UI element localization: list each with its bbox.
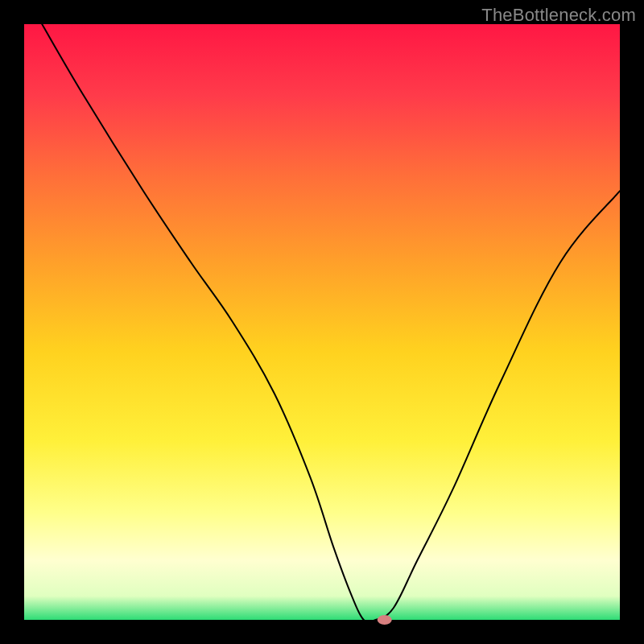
plot-background xyxy=(24,24,620,620)
optimal-marker xyxy=(378,615,392,625)
watermark-text: TheBottleneck.com xyxy=(481,5,636,26)
bottleneck-chart: TheBottleneck.com xyxy=(0,0,644,644)
chart-svg xyxy=(0,0,644,644)
